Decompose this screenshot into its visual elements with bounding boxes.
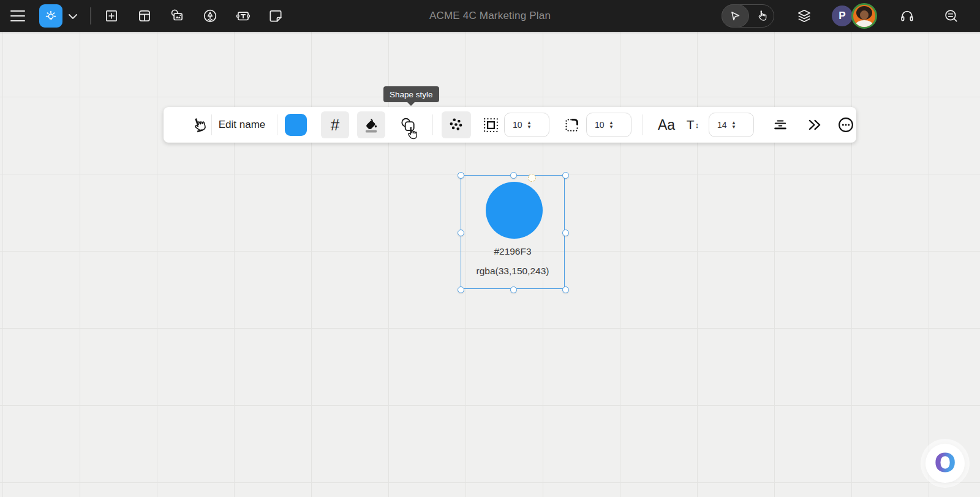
spin-down-icon[interactable]: ▼ xyxy=(731,125,736,129)
text-box-icon[interactable] xyxy=(231,4,255,28)
font-size-stepper: ▲ ▼ xyxy=(709,113,754,137)
pointer-hand-icon xyxy=(187,114,208,135)
corner-radius-button[interactable] xyxy=(562,116,581,134)
corner-radius-spinner: ▲ ▼ xyxy=(609,121,614,129)
hamburger-menu-icon[interactable] xyxy=(10,10,26,21)
watermark-letter: O xyxy=(934,450,956,476)
font-size-spinner: ▲ ▼ xyxy=(731,121,736,129)
font-size-input[interactable] xyxy=(709,120,730,130)
media-icon[interactable] xyxy=(165,4,189,28)
hex-color-button[interactable]: # xyxy=(321,111,349,138)
border-style-button[interactable] xyxy=(481,116,500,134)
edit-name-button[interactable]: Edit name xyxy=(217,119,266,131)
hash-icon: # xyxy=(331,117,339,133)
shape-hex-label: #2196F3 xyxy=(461,246,564,257)
toolbar-divider xyxy=(277,114,277,135)
tooltip: Shape style xyxy=(383,86,439,102)
border-style-icon xyxy=(483,117,499,133)
sticky-note-icon[interactable] xyxy=(263,4,288,28)
pattern-dots-button[interactable] xyxy=(442,111,471,138)
collaborator-cursor-handle[interactable] xyxy=(528,174,536,182)
corner-radius-input[interactable] xyxy=(587,120,608,130)
spin-down-icon[interactable]: ▼ xyxy=(609,125,614,129)
toolbar-divider xyxy=(642,114,643,135)
resize-handle-top-left[interactable] xyxy=(458,172,464,179)
font-icon: Aa xyxy=(658,117,675,133)
topbar-shadow xyxy=(0,32,980,34)
resize-handle-bottom-left[interactable] xyxy=(458,286,464,293)
user-avatar[interactable] xyxy=(851,3,877,29)
tool-mode-toggle xyxy=(722,4,774,28)
border-width-input[interactable] xyxy=(505,120,526,130)
headphones-icon[interactable] xyxy=(899,8,915,24)
fill-color-button[interactable] xyxy=(357,111,385,138)
border-width-spinner: ▲ ▼ xyxy=(527,121,532,129)
pan-tool-button[interactable] xyxy=(749,4,774,28)
text-size-button[interactable]: T ↕ xyxy=(682,114,704,135)
chevron-down-icon[interactable] xyxy=(67,13,78,20)
align-button[interactable] xyxy=(771,116,790,134)
expand-more-icon xyxy=(807,117,823,133)
collaborator-avatar[interactable]: P xyxy=(832,6,853,26)
app-logo-bulb-icon xyxy=(43,9,58,23)
shape-style-button[interactable] xyxy=(394,111,422,138)
template-icon[interactable] xyxy=(132,4,157,28)
whiteboard-app: ACME 4C Marketing Plan P xyxy=(0,0,980,497)
avatar-shirt xyxy=(856,20,873,29)
align-icon xyxy=(772,117,788,133)
avatar-initial: P xyxy=(839,10,845,22)
pan-hand-icon xyxy=(755,10,767,22)
pattern-dots-icon xyxy=(449,118,464,132)
selection-box[interactable]: #2196F3 rgba(33,150,243) xyxy=(461,175,565,289)
topbar-divider xyxy=(90,7,91,24)
resize-handle-bottom-right[interactable] xyxy=(562,286,569,293)
layers-icon[interactable] xyxy=(796,8,812,24)
search-icon[interactable] xyxy=(943,8,959,24)
corner-radius-icon xyxy=(564,117,580,133)
border-width-stepper: ▲ ▼ xyxy=(504,113,549,137)
reaction-pointer-button[interactable] xyxy=(188,115,208,135)
cursor-tool-icon xyxy=(728,9,742,23)
toolbar-divider xyxy=(211,114,212,135)
watermark-logo: O xyxy=(925,444,965,483)
insert-shape-icon[interactable] xyxy=(99,4,124,28)
toolbar-divider xyxy=(432,114,433,135)
resize-handle-mid-left[interactable] xyxy=(458,230,464,236)
ellipsis-icon xyxy=(837,116,854,133)
shape-color-swatch[interactable] xyxy=(285,114,307,136)
resize-handle-bottom-center[interactable] xyxy=(510,286,517,293)
cursor-tool-button[interactable] xyxy=(722,4,750,28)
text-size-arrow-icon: ↕ xyxy=(695,121,699,130)
font-style-button[interactable]: Aa xyxy=(654,114,679,135)
topbar: ACME 4C Marketing Plan P xyxy=(0,0,980,32)
shape-rgba-label: rgba(33,150,243) xyxy=(461,266,564,277)
app-logo-button[interactable] xyxy=(39,4,62,28)
expand-more-button[interactable] xyxy=(805,116,824,134)
resize-handle-top-right[interactable] xyxy=(562,172,569,179)
tooltip-text: Shape style xyxy=(390,90,433,99)
draw-tool-icon[interactable] xyxy=(198,4,222,28)
fill-bucket-icon xyxy=(362,116,380,134)
resize-handle-top-center[interactable] xyxy=(510,172,517,179)
resize-handle-mid-right[interactable] xyxy=(562,230,569,236)
shape-toolbar: Edit name # xyxy=(164,107,856,143)
avatar-face xyxy=(860,10,869,20)
canvas-shape-circle[interactable] xyxy=(486,182,543,239)
corner-radius-stepper: ▲ ▼ xyxy=(586,113,631,137)
shape-style-icon xyxy=(399,116,417,133)
text-size-icon: T xyxy=(687,118,695,132)
spin-down-icon[interactable]: ▼ xyxy=(527,125,532,129)
more-options-button[interactable] xyxy=(836,115,856,135)
